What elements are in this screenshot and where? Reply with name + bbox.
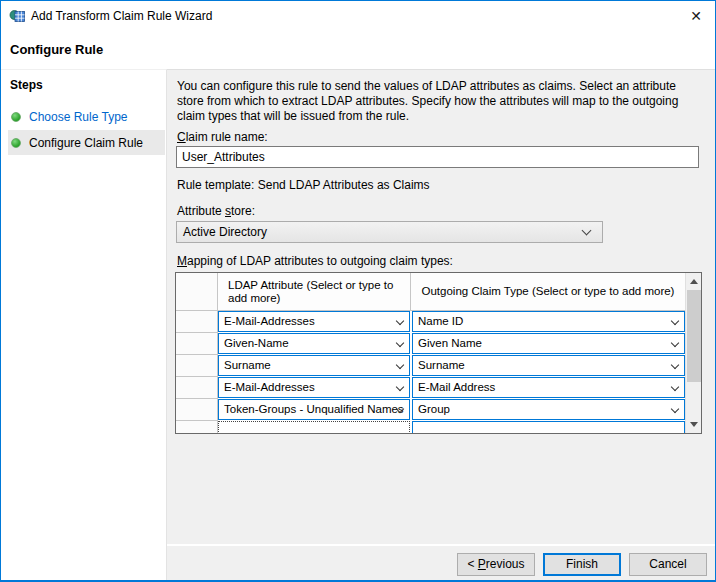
outgoing-claim-combobox[interactable]: Given Name [412, 333, 685, 354]
chevron-down-icon [671, 361, 679, 369]
chevron-down-icon [396, 361, 404, 369]
chevron-down-icon [671, 339, 679, 347]
wizard-dialog: Add Transform Claim Rule Wizard ✕ Config… [0, 0, 716, 582]
attribute-store-value: Active Directory [183, 225, 267, 239]
steps-heading: Steps [10, 78, 166, 92]
outgoing-claim-combobox[interactable]: Surname [412, 355, 685, 376]
chevron-down-icon [582, 226, 592, 236]
cancel-button[interactable]: Cancel [629, 553, 707, 576]
chevron-down-icon [396, 383, 404, 391]
step-complete-icon [11, 138, 21, 148]
column-header-outgoing-claim-type: Outgoing Claim Type (Select or type to a… [411, 273, 685, 310]
outgoing-claim-combobox[interactable]: Name ID [412, 311, 685, 332]
steps-sidebar: Steps Choose Rule Type Configure Claim R… [1, 69, 167, 582]
table-vertical-scrollbar[interactable] [685, 273, 701, 433]
table-row: E-Mail-Addresses Name ID [176, 311, 685, 333]
step-label: Choose Rule Type [29, 110, 128, 124]
scroll-down-icon[interactable] [686, 416, 702, 433]
wizard-app-icon [9, 8, 25, 24]
window-title: Add Transform Claim Rule Wizard [31, 1, 212, 31]
table-row: E-Mail-Addresses E-Mail Address [176, 377, 685, 399]
claim-rule-name-label: Claim rule name: [177, 130, 268, 144]
rule-template-text: Rule template: Send LDAP Attributes as C… [177, 178, 430, 192]
scroll-up-icon[interactable] [686, 273, 702, 290]
button-bar: < Previous Finish Cancel [167, 544, 715, 582]
close-icon[interactable]: ✕ [690, 7, 702, 25]
title-bar: Add Transform Claim Rule Wizard ✕ [1, 1, 715, 31]
mapping-table: LDAP Attribute (Select or type to add mo… [175, 272, 702, 434]
chevron-down-icon [396, 317, 404, 325]
table-header-row: LDAP Attribute (Select or type to add mo… [176, 273, 685, 311]
page-header: Configure Rule [1, 31, 715, 69]
claim-rule-name-input[interactable] [176, 146, 699, 168]
row-header[interactable] [176, 333, 218, 355]
table-row: Given-Name Given Name [176, 333, 685, 355]
sidebar-item-choose-rule-type[interactable]: Choose Rule Type [8, 104, 165, 129]
row-header[interactable] [176, 355, 218, 377]
row-header[interactable] [176, 399, 218, 421]
ldap-attribute-combobox-new[interactable] [218, 421, 410, 434]
ldap-attribute-combobox[interactable]: Token-Groups - Unqualified Names [218, 399, 410, 420]
chevron-down-icon [671, 383, 679, 391]
finish-button[interactable]: Finish [543, 553, 621, 576]
ldap-attribute-combobox[interactable]: Surname [218, 355, 410, 376]
chevron-down-icon [671, 317, 679, 325]
table-row: Token-Groups - Unqualified Names Group [176, 399, 685, 421]
sidebar-item-configure-claim-rule[interactable]: Configure Claim Rule [8, 130, 165, 155]
row-header[interactable] [176, 311, 218, 333]
page-title: Configure Rule [10, 42, 103, 57]
main-panel: You can configure this rule to send the … [167, 69, 715, 582]
ldap-attribute-combobox[interactable]: E-Mail-Addresses [218, 377, 410, 398]
row-header[interactable] [176, 377, 218, 399]
outgoing-claim-combobox[interactable]: Group [412, 399, 685, 420]
ldap-attribute-combobox[interactable]: Given-Name [218, 333, 410, 354]
mapping-label: Mapping of LDAP attributes to outgoing c… [177, 254, 453, 268]
chevron-down-icon [671, 405, 679, 413]
ldap-attribute-combobox[interactable]: E-Mail-Addresses [218, 311, 410, 332]
step-complete-icon [11, 112, 21, 122]
scrollbar-thumb[interactable] [687, 290, 701, 382]
table-row: Surname Surname [176, 355, 685, 377]
chevron-down-icon [396, 339, 404, 347]
attribute-store-label: Attribute store: [177, 204, 255, 218]
outgoing-claim-combobox[interactable]: E-Mail Address [412, 377, 685, 398]
table-new-row [176, 421, 685, 434]
outgoing-claim-combobox-new[interactable] [412, 421, 685, 434]
attribute-store-select[interactable]: Active Directory [176, 221, 603, 243]
rule-description: You can configure this rule to send the … [177, 79, 699, 124]
step-label: Configure Claim Rule [29, 136, 143, 150]
row-header-corner [176, 273, 218, 310]
row-header[interactable] [176, 421, 218, 434]
column-header-ldap-attribute: LDAP Attribute (Select or type to add mo… [218, 273, 411, 310]
previous-button[interactable]: < Previous [457, 553, 535, 576]
